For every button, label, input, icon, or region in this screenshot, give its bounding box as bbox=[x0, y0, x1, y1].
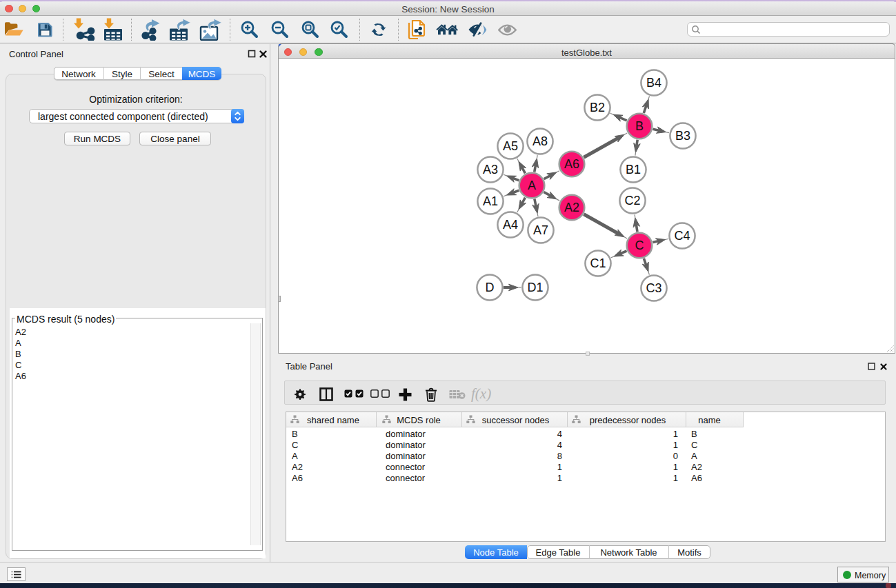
svg-text:D: D bbox=[486, 281, 495, 294]
svg-text:A2: A2 bbox=[564, 201, 579, 214]
svg-text:A6: A6 bbox=[564, 157, 579, 171]
svg-text:A1: A1 bbox=[483, 194, 498, 208]
svg-text:A4: A4 bbox=[503, 218, 518, 232]
svg-text:C: C bbox=[635, 239, 644, 252]
svg-text:B4: B4 bbox=[646, 76, 661, 90]
svg-text:A5: A5 bbox=[503, 139, 518, 153]
svg-text:D1: D1 bbox=[527, 281, 543, 294]
svg-text:A: A bbox=[528, 179, 536, 192]
svg-text:C2: C2 bbox=[624, 194, 640, 207]
svg-text:B2: B2 bbox=[590, 101, 605, 114]
svg-text:B1: B1 bbox=[626, 163, 641, 176]
svg-text:C4: C4 bbox=[674, 229, 690, 243]
svg-text:C1: C1 bbox=[590, 256, 606, 270]
svg-text:B: B bbox=[635, 119, 644, 133]
svg-text:B3: B3 bbox=[675, 129, 690, 143]
svg-text:C3: C3 bbox=[646, 281, 661, 295]
svg-text:A8: A8 bbox=[532, 134, 548, 148]
svg-text:A7: A7 bbox=[533, 223, 548, 237]
svg-text:A3: A3 bbox=[483, 163, 498, 176]
